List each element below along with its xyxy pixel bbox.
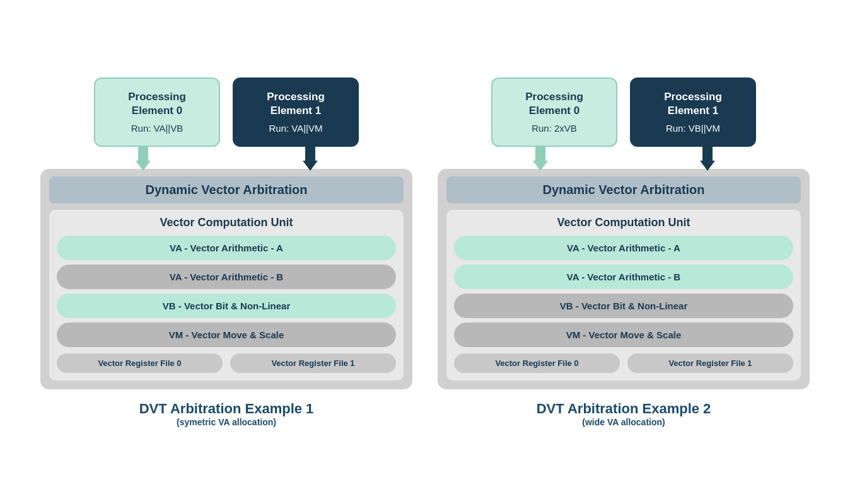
arrow-shaft-left-2: [535, 147, 545, 161]
arrow-shaft-right-2: [702, 147, 713, 161]
vcu-inner-1: Vector Computation Unit VA - Vector Arit…: [49, 210, 404, 381]
pe1-title-1: Processing Element 1: [267, 90, 325, 118]
pe-row-2: Processing Element 0 Run: 2xVB Processin…: [438, 77, 810, 147]
arrows-row-1: [40, 147, 412, 172]
pe1-run-1: Run: VA||VM: [269, 123, 322, 134]
unit-va-b-1: VA - Vector Arithmetic - B: [57, 265, 396, 289]
diagram-1: Processing Element 0 Run: VA||VB Process…: [40, 77, 412, 427]
arrow-right-1: [303, 147, 318, 172]
pe0-run-2: Run: 2xVB: [532, 123, 577, 134]
arrow-left-1: [136, 147, 151, 172]
dva-banner-1: Dynamic Vector Arbitration: [49, 176, 404, 203]
vcu-inner-2: Vector Computation Unit VA - Vector Arit…: [446, 210, 801, 381]
reg-row-1: Vector Register File 0 Vector Register F…: [57, 353, 396, 373]
arrow-head-left-2: [533, 161, 548, 171]
unit-vb-2: VB - Vector Bit & Non-Linear: [454, 294, 793, 318]
pe1-box-1: Processing Element 1 Run: VA||VM: [233, 77, 359, 147]
vcu-title-2: Vector Computation Unit: [454, 216, 793, 229]
reg-row-2: Vector Register File 0 Vector Register F…: [454, 353, 793, 373]
pe1-box-2: Processing Element 1 Run: VB||VM: [630, 77, 756, 147]
diagram-label-2: DVT Arbitration Example 2 (wide VA alloc…: [537, 401, 711, 427]
arrow-shaft-left-1: [138, 147, 148, 161]
unit-vm-1: VM - Vector Move & Scale: [57, 323, 396, 347]
arrow-shaft-right-1: [305, 147, 315, 161]
arrow-left-2: [533, 147, 548, 172]
diagram-title-2: DVT Arbitration Example 2: [537, 401, 711, 417]
reg-file1-1: Vector Register File 1: [230, 353, 396, 373]
pe0-box-2: Processing Element 0 Run: 2xVB: [491, 77, 617, 147]
arrows-row-2: [438, 147, 810, 172]
dva-text-2: Dynamic Vector Arbitration: [542, 183, 704, 197]
unit-va-a-2: VA - Vector Arithmetic - A: [454, 236, 793, 260]
reg-file0-1: Vector Register File 0: [57, 353, 223, 373]
arrow-right-2: [700, 147, 715, 172]
unit-va-b-2: VA - Vector Arithmetic - B: [454, 265, 793, 289]
arrow-head-left-1: [136, 161, 151, 171]
pe0-title-2: Processing Element 0: [525, 90, 583, 118]
main-container: Processing Element 0 Run: VA||VB Process…: [28, 65, 822, 440]
pe0-run-1: Run: VA||VB: [131, 123, 183, 134]
pe0-box-1: Processing Element 0 Run: VA||VB: [94, 77, 220, 147]
pe0-title-1: Processing Element 0: [128, 90, 186, 118]
diagram-title-1: DVT Arbitration Example 1: [139, 401, 314, 417]
unit-va-a-1: VA - Vector Arithmetic - A: [57, 236, 396, 260]
reg-file0-2: Vector Register File 0: [454, 353, 620, 373]
pe1-run-2: Run: VB||VM: [666, 123, 720, 134]
diagram-sub-2: (wide VA allocation): [537, 417, 711, 427]
diagram-2: Processing Element 0 Run: 2xVB Processin…: [438, 77, 810, 427]
vcu-outer-1: Dynamic Vector Arbitration Vector Comput…: [40, 169, 412, 389]
pe1-title-2: Processing Element 1: [664, 90, 722, 118]
pe-row-1: Processing Element 0 Run: VA||VB Process…: [40, 77, 412, 147]
diagram-label-1: DVT Arbitration Example 1 (symetric VA a…: [139, 401, 314, 427]
unit-vm-2: VM - Vector Move & Scale: [454, 323, 793, 347]
arrow-head-right-1: [303, 161, 318, 171]
vcu-outer-2: Dynamic Vector Arbitration Vector Comput…: [438, 169, 810, 389]
diagram-sub-1: (symetric VA allocation): [139, 417, 314, 427]
vcu-title-1: Vector Computation Unit: [57, 216, 396, 229]
dva-banner-2: Dynamic Vector Arbitration: [446, 176, 801, 203]
reg-file1-2: Vector Register File 1: [627, 353, 793, 373]
arrow-head-right-2: [700, 161, 715, 171]
dva-text-1: Dynamic Vector Arbitration: [145, 183, 307, 197]
unit-vb-1: VB - Vector Bit & Non-Linear: [57, 294, 396, 318]
